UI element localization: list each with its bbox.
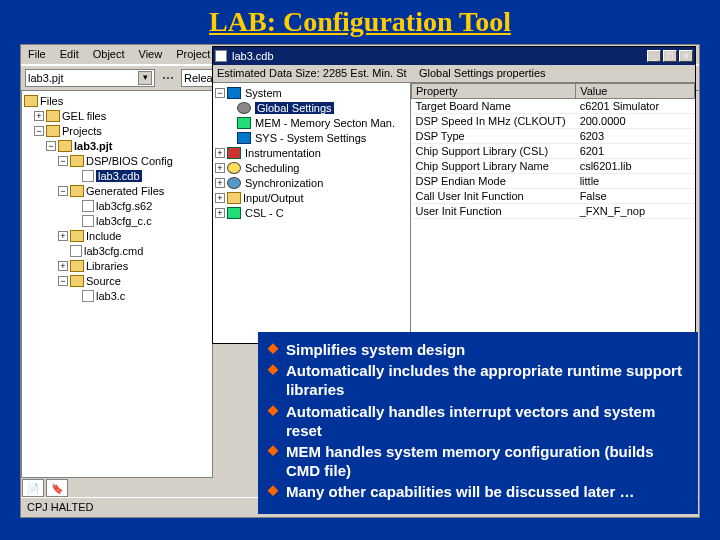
chip-icon [227, 207, 241, 219]
tree-cdb[interactable]: lab3.cdb [96, 170, 142, 182]
menu-edit[interactable]: Edit [53, 45, 86, 64]
project-combo-value: lab3.pjt [28, 72, 63, 84]
folder-icon [70, 275, 84, 287]
properties-table: PropertyValue Target Board Namec6201 Sim… [411, 83, 695, 343]
tab-files-icon[interactable]: 📄 [22, 479, 44, 487]
minimize-button[interactable]: _ [647, 50, 661, 62]
bullet-overlay: ◆Simplifies system design ◆Automatically… [258, 332, 698, 514]
config-tree: −System Global Settings MEM - Memory Sec… [213, 83, 411, 343]
cfg-mem[interactable]: MEM - Memory Secton Man. [255, 117, 395, 129]
toolbar-icon-1[interactable]: ⋯ [159, 69, 177, 87]
cfg-sys[interactable]: SYS - System Settings [255, 132, 366, 144]
maximize-button[interactable]: □ [663, 50, 677, 62]
menu-project[interactable]: Project [169, 45, 217, 64]
bullet-text: Automatically includes the appropriate r… [286, 361, 688, 399]
chip-icon [237, 117, 251, 129]
slide-title: LAB: Configuration Tool [0, 0, 720, 40]
bullet-icon: ◆ [268, 340, 278, 359]
folder-icon [46, 125, 60, 137]
expand-icon[interactable]: + [58, 261, 68, 271]
bullet-icon: ◆ [268, 361, 278, 399]
instrument-icon [227, 147, 241, 159]
project-combo[interactable]: lab3.pjt ▾ [25, 69, 155, 87]
col-value[interactable]: Value [576, 84, 695, 99]
tree-project[interactable]: lab3.pjt [74, 140, 113, 152]
bullet-icon: ◆ [268, 482, 278, 501]
menu-object[interactable]: Object [86, 45, 132, 64]
folder-icon [24, 95, 38, 107]
tree-source[interactable]: Source [86, 275, 121, 287]
collapse-icon[interactable]: − [215, 88, 225, 98]
bullet-text: Many other capabilities will be discusse… [286, 482, 634, 501]
tree-gel[interactable]: GEL files [62, 110, 106, 122]
tree-libs[interactable]: Libraries [86, 260, 128, 272]
folder-icon [70, 185, 84, 197]
tree-bioscfg[interactable]: DSP/BIOS Config [86, 155, 173, 167]
estimated-size-label: Estimated Data Size: 2285 Est. Min. St [217, 67, 415, 80]
bullet-text: Automatically handles interrupt vectors … [286, 402, 688, 440]
expand-icon[interactable]: + [215, 193, 225, 203]
expand-icon[interactable]: + [215, 178, 225, 188]
tab-bookmarks-icon[interactable]: 🔖 [46, 479, 68, 487]
expand-icon[interactable]: + [58, 231, 68, 241]
collapse-icon[interactable]: − [46, 141, 56, 151]
table-row: DSP Speed In MHz (CLKOUT)200.0000 [412, 114, 695, 129]
table-row: Call User Init FunctionFalse [412, 189, 695, 204]
file-icon [82, 290, 94, 302]
cfg-system[interactable]: System [245, 87, 282, 99]
expand-icon[interactable]: + [34, 111, 44, 121]
expand-icon[interactable]: + [215, 148, 225, 158]
tree-g2[interactable]: lab3cfg_c.c [96, 215, 152, 227]
tree-genfiles[interactable]: Generated Files [86, 185, 164, 197]
folder-icon [70, 230, 84, 242]
tree-include[interactable]: Include [86, 230, 121, 242]
folder-icon [70, 155, 84, 167]
file-icon [70, 245, 82, 257]
collapse-icon[interactable]: − [58, 186, 68, 196]
collapse-icon[interactable]: − [58, 276, 68, 286]
cfg-sched[interactable]: Scheduling [245, 162, 299, 174]
clock-icon [227, 162, 241, 174]
col-property[interactable]: Property [412, 84, 576, 99]
folder-icon [58, 140, 72, 152]
bullet-text: Simplifies system design [286, 340, 465, 359]
file-icon [82, 200, 94, 212]
cfg-csl[interactable]: CSL - C [245, 207, 284, 219]
file-icon [82, 215, 94, 227]
menu-file[interactable]: File [21, 45, 53, 64]
file-icon [82, 170, 94, 182]
properties-pane: PropertyValue Target Board Namec6201 Sim… [411, 83, 695, 343]
table-row: Chip Support Library (CSL)6201 [412, 144, 695, 159]
folder-icon [46, 110, 60, 122]
tree-g1[interactable]: lab3cfg.s62 [96, 200, 152, 212]
cfg-instr[interactable]: Instrumentation [245, 147, 321, 159]
gear-icon [237, 102, 251, 114]
bullet-icon: ◆ [268, 442, 278, 480]
table-row: DSP Endian Modelittle [412, 174, 695, 189]
tree-projects[interactable]: Projects [62, 125, 102, 137]
collapse-icon[interactable]: − [58, 156, 68, 166]
tree-root[interactable]: Files [40, 95, 63, 107]
chevron-down-icon: ▾ [138, 71, 152, 85]
tree-cmd[interactable]: lab3cfg.cmd [84, 245, 143, 257]
tree-src1[interactable]: lab3.c [96, 290, 125, 302]
expand-icon[interactable]: + [215, 208, 225, 218]
collapse-icon[interactable]: − [34, 126, 44, 136]
cfg-io[interactable]: Input/Output [243, 192, 304, 204]
monitor-icon [227, 87, 241, 99]
cfg-global[interactable]: Global Settings [255, 102, 334, 114]
bullet-text: MEM handles system memory configuration … [286, 442, 688, 480]
menu-view[interactable]: View [132, 45, 170, 64]
props-title: Global Settings properties [415, 67, 691, 80]
table-row: User Init Function_FXN_F_nop [412, 204, 695, 219]
bullet-icon: ◆ [268, 402, 278, 440]
close-button[interactable]: × [679, 50, 693, 62]
table-row: Chip Support Library Namecsl6201.lib [412, 159, 695, 174]
folder-icon [70, 260, 84, 272]
expand-icon[interactable]: + [215, 163, 225, 173]
sync-icon [227, 177, 241, 189]
cfg-sync[interactable]: Synchronization [245, 177, 323, 189]
io-icon [227, 192, 241, 204]
tree-tabbar: 📄 🔖 [21, 477, 213, 487]
config-titlebar[interactable]: lab3.cdb _ □ × [213, 47, 695, 65]
